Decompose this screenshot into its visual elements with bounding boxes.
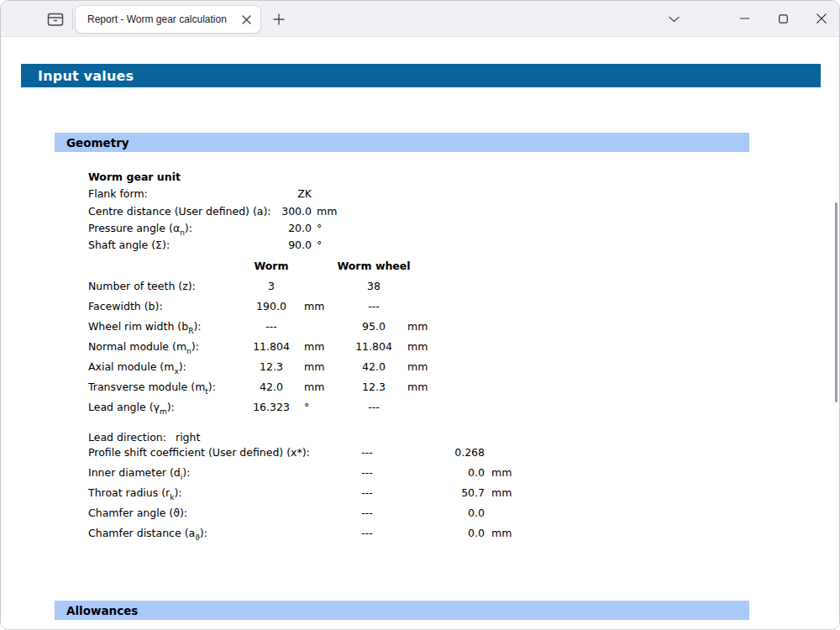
- wheel-value: 0.268: [381, 443, 485, 463]
- geometry-wheel-block: Profile shift coefficient (User defined)…: [88, 443, 525, 543]
- worm-value: 190.0: [242, 297, 301, 317]
- tab-close-button[interactable]: [239, 12, 254, 27]
- wheel-value: 38: [344, 276, 404, 297]
- archive-box-icon: [46, 11, 65, 28]
- table-row: Centre distance (User defined) (a): 300.…: [88, 203, 350, 220]
- row-label: Shaft angle (Σ):: [88, 237, 275, 254]
- row-label: Profile shift coefficient (User defined)…: [88, 443, 354, 463]
- worm-value: ---: [354, 443, 381, 463]
- wheel-value: 12.3: [344, 377, 404, 397]
- minimize-icon: [740, 18, 749, 19]
- wheel-unit: mm: [407, 337, 431, 357]
- row-value: 20.0: [275, 220, 312, 237]
- row-label: Flank form:: [88, 186, 275, 202]
- section-header-allowances: Allowances: [55, 601, 749, 620]
- wheel-value: 42.0: [344, 357, 404, 377]
- wheel-value: 0.0: [381, 523, 485, 543]
- wheel-value: ---: [344, 397, 404, 417]
- table-row: Profile shift coefficient (User defined)…: [88, 443, 525, 463]
- table-row: Flank form: ZK: [88, 186, 350, 202]
- worm-unit: mm: [304, 377, 326, 397]
- geometry-worm-table: Worm Worm wheel Number of teeth (z): 3 3…: [88, 256, 431, 417]
- table-header-row: Worm Worm wheel: [88, 256, 431, 276]
- row-value: ZK: [275, 186, 312, 202]
- row-unit: °: [317, 220, 350, 237]
- row-unit: mm: [491, 523, 525, 543]
- row-unit: °: [317, 237, 350, 254]
- worm-value: ---: [242, 317, 301, 337]
- table-row: Wheel rim width (bR): --- 95.0 mm: [88, 317, 431, 337]
- wheel-unit: mm: [407, 377, 431, 397]
- table-row: Pressure angle (αn): 20.0 °: [88, 220, 350, 237]
- table-row: Transverse module (mt): 42.0 mm 12.3 mm: [88, 377, 431, 397]
- table-row: Chamfer distance (aϑ): --- 0.0 mm: [88, 523, 525, 543]
- title-bar: Report - Worm gear calculation: [1, 1, 839, 37]
- row-unit: mm: [317, 203, 350, 220]
- row-unit: mm: [491, 463, 525, 483]
- row-value: 300.0: [275, 203, 312, 220]
- archive-button[interactable]: [41, 5, 70, 33]
- tab-title: Report - Worm gear calculation: [87, 13, 239, 25]
- section-header-geometry: Geometry: [55, 133, 749, 152]
- worm-value: ---: [354, 483, 381, 503]
- vertical-scrollbar-thumb[interactable]: [835, 202, 837, 402]
- close-window-button[interactable]: [802, 1, 840, 36]
- worm-value: 11.804: [242, 337, 301, 357]
- tab-report[interactable]: Report - Worm gear calculation: [75, 5, 261, 34]
- wheel-unit: mm: [407, 317, 431, 337]
- minimize-button[interactable]: [725, 1, 764, 36]
- report-window: Report - Worm gear calculation: [0, 0, 840, 630]
- close-icon: [242, 15, 251, 24]
- table-row: Lead angle (γm): 16.323 ° ---: [88, 397, 431, 417]
- section-title: Geometry: [66, 136, 129, 150]
- table-row: Throat radius (rk): --- 50.7 mm: [88, 483, 525, 503]
- worm-value: ---: [354, 463, 381, 483]
- worm-unit: mm: [304, 357, 326, 377]
- worm-value: 42.0: [242, 377, 301, 397]
- row-label: Chamfer distance (aϑ):: [88, 523, 354, 548]
- worm-value: ---: [354, 523, 381, 543]
- wheel-unit: mm: [407, 357, 431, 377]
- wheel-value: 0.0: [381, 503, 485, 523]
- row-label: Facewidth (b):: [88, 297, 242, 317]
- table-row: Normal module (mn): 11.804 mm 11.804 mm: [88, 337, 431, 357]
- plus-icon: [273, 13, 285, 25]
- column-header-worm-wheel: Worm wheel: [344, 256, 404, 276]
- worm-unit: °: [304, 397, 326, 417]
- wheel-value: 50.7: [381, 483, 485, 503]
- new-tab-button[interactable]: [268, 8, 290, 30]
- worm-value: 16.323: [242, 397, 301, 417]
- worm-unit: mm: [304, 337, 326, 357]
- chevron-down-icon: [669, 16, 680, 23]
- maximize-button[interactable]: [764, 1, 802, 36]
- maximize-icon: [779, 14, 788, 24]
- worm-value: ---: [354, 503, 381, 523]
- table-row: Facewidth (b): 190.0 mm ---: [88, 297, 431, 317]
- row-unit: mm: [491, 483, 525, 503]
- table-row: Inner diameter (di): --- 0.0 mm: [88, 463, 525, 483]
- subsection-title: Worm gear unit: [88, 169, 350, 186]
- tab-list-button[interactable]: [661, 8, 686, 31]
- table-row: Shaft angle (Σ): 90.0 °: [88, 237, 350, 254]
- geometry-basic-block: Worm gear unit Flank form: ZK Centre dis…: [88, 169, 350, 254]
- wheel-value: 95.0: [344, 317, 404, 337]
- wheel-value: 11.804: [344, 337, 404, 357]
- wheel-value: 0.0: [381, 463, 485, 483]
- wheel-value: ---: [344, 297, 404, 317]
- row-label: Centre distance (User defined) (a):: [88, 203, 275, 220]
- worm-unit: mm: [304, 297, 326, 317]
- column-header-worm: Worm: [242, 256, 301, 276]
- row-label: Lead angle (γm):: [88, 397, 242, 422]
- table-row: Chamfer angle (ϑ): --- 0.0: [88, 503, 525, 523]
- main-header-banner: Input values: [21, 64, 821, 87]
- table-row: Axial module (mx): 12.3 mm 42.0 mm: [88, 357, 431, 377]
- main-header-title: Input values: [38, 68, 134, 84]
- report-page: Input values Geometry Worm gear unit Fla…: [1, 37, 839, 630]
- worm-value: 3: [242, 276, 301, 297]
- row-value: 90.0: [275, 237, 312, 254]
- table-row: Number of teeth (z): 3 38: [88, 276, 431, 297]
- row-label: Number of teeth (z):: [88, 276, 242, 297]
- tab-separator: [72, 8, 73, 29]
- row-label: Chamfer angle (ϑ):: [88, 503, 354, 523]
- section-title: Allowances: [66, 604, 138, 617]
